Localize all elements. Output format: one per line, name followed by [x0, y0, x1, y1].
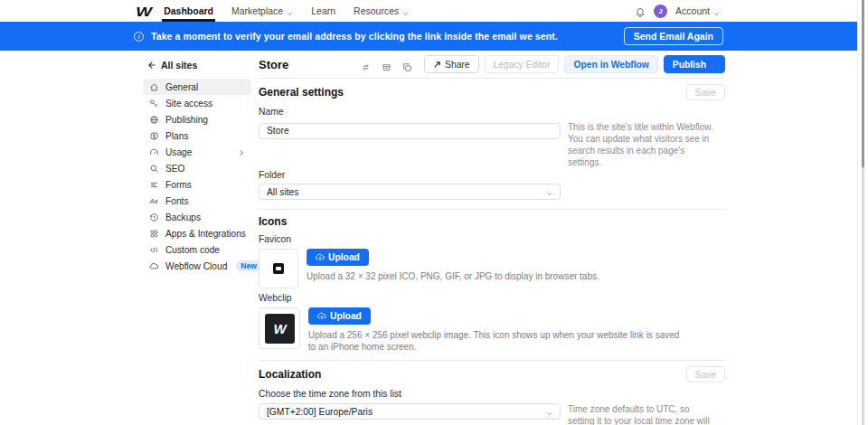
settings-sidebar: All sites General Site access [143, 54, 251, 425]
gauge-icon [149, 147, 159, 157]
favicon-preview [259, 249, 298, 288]
publish-button[interactable]: Publish [664, 55, 725, 73]
favicon-row: Upload Upload a 32 × 32 pixel ICO, PNG, … [259, 249, 725, 288]
folder-label: Folder [259, 170, 725, 181]
webflow-site-settings-page: W Dashboard Marketplace Learn [0, 0, 868, 425]
upload-cloud-icon [317, 312, 326, 321]
general-settings-header: General settings Save [259, 84, 725, 100]
home-icon [149, 82, 159, 92]
transfer-site-icon[interactable] [361, 60, 371, 70]
key-icon [149, 99, 159, 109]
site-name-input[interactable] [259, 123, 561, 139]
back-arrow-icon [146, 61, 156, 70]
back-to-all-sites[interactable]: All sites [143, 54, 251, 74]
sidebar-item[interactable]: Site access [143, 95, 251, 111]
favicon-upload-button[interactable]: Upload [307, 249, 369, 266]
nav-item[interactable]: Learn [311, 0, 335, 22]
publish-icon [149, 115, 159, 125]
folder-select[interactable]: All sites [259, 184, 561, 200]
open-in-webflow-button[interactable]: Open in Webflow [564, 55, 657, 73]
info-icon: i [134, 32, 144, 42]
name-label: Name [259, 107, 725, 118]
verify-email-banner: i Take a moment to verify your email add… [0, 22, 857, 51]
main-nav: Dashboard Marketplace Learn Reso [164, 0, 409, 22]
archive-site-icon[interactable] [382, 60, 392, 70]
forms-icon [149, 180, 159, 190]
top-nav: W Dashboard Marketplace Learn [0, 0, 857, 22]
webflow-webclip-icon: W [265, 314, 295, 344]
save-button[interactable]: Save [686, 84, 725, 100]
sidebar-item[interactable]: Backups [143, 209, 251, 225]
save-button[interactable]: Save [686, 366, 725, 382]
share-button[interactable]: Share [424, 55, 478, 73]
sidebar-item[interactable]: Publishing [143, 111, 251, 128]
nav-item[interactable]: Marketplace [231, 0, 293, 22]
name-help-text: This is the site's title within Webflow.… [568, 121, 716, 168]
upload-cloud-icon [316, 253, 325, 262]
localization-header: Localization Save [259, 366, 725, 382]
scrollbar-thumb[interactable] [862, 0, 864, 167]
duplicate-site-icon[interactable] [402, 60, 412, 70]
webflow-logo-icon[interactable]: W [136, 4, 150, 19]
sidebar-item[interactable]: Apps & Integrations [143, 225, 251, 241]
section-title: General settings [259, 86, 344, 99]
code-icon [149, 245, 159, 255]
avatar[interactable]: J [654, 5, 667, 18]
webclip-label: Webclip [259, 293, 725, 304]
icons-header: Icons [259, 215, 725, 228]
chevron-down-icon [287, 8, 293, 14]
cloud-icon [149, 261, 159, 271]
webclip-row: W Upload Upload a 256 × 256 pixel webcli… [259, 307, 725, 353]
sidebar-item[interactable]: Custom code [143, 241, 251, 258]
sidebar-item[interactable]: SEO [143, 160, 251, 176]
webclip-upload-button[interactable]: Upload [308, 307, 371, 325]
sidebar-item[interactable]: General [143, 79, 251, 95]
nav-item[interactable]: Resources [354, 0, 409, 22]
sidebar-item[interactable]: Aa Fonts [143, 193, 251, 209]
fonts-icon: Aa [149, 196, 159, 206]
banner-message: Take a moment to verify your email addre… [151, 31, 558, 42]
sidebar-item[interactable]: Plans [143, 128, 251, 144]
history-icon [149, 212, 159, 222]
section-title: Icons [259, 215, 287, 228]
favicon-label: Favicon [259, 234, 725, 245]
default-favicon-icon [273, 263, 284, 274]
chevron-down-icon [402, 8, 409, 14]
favicon-help-text: Upload a 32 × 32 pixel ICO, PNG, GIF, or… [307, 270, 599, 282]
header-divider [259, 78, 725, 79]
webclip-preview: W [259, 307, 300, 349]
sidebar-menu: General Site access Publishing [143, 79, 251, 274]
sidebar-item[interactable]: Usage [143, 144, 251, 160]
webclip-help-text: Upload a 256 × 256 pixel webclip image. … [308, 329, 688, 353]
timezone-select[interactable]: [GMT+2:00] Europe/Paris [259, 403, 561, 420]
svg-text:Aa: Aa [149, 197, 158, 205]
main-panel: Store Share Legacy Editor Open in Webflo… [259, 54, 725, 425]
content-right-border [857, 0, 858, 425]
timezone-help-text: Time zone defaults to UTC, so setting it… [568, 403, 716, 425]
plans-icon [149, 131, 159, 141]
chevron-down-icon [546, 189, 552, 195]
send-email-again-button[interactable]: Send Email Again [624, 27, 723, 45]
sidebar-item[interactable]: Webflow Cloud New [143, 258, 251, 274]
site-header: Store Share Legacy Editor Open in Webflo… [259, 54, 725, 74]
account-menu[interactable]: Account [675, 5, 720, 16]
search-icon [149, 164, 159, 174]
section-title: Localization [259, 368, 321, 381]
timezone-label: Choose the time zone from this list [259, 389, 725, 400]
sidebar-item[interactable]: Forms [143, 176, 251, 193]
section-divider [259, 360, 725, 361]
notifications-bell-icon[interactable] [635, 5, 646, 16]
chevron-down-icon [546, 409, 552, 415]
chevron-down-icon [710, 61, 716, 68]
nav-item[interactable]: Dashboard [164, 0, 213, 22]
chevron-down-icon [713, 8, 720, 14]
page-title: Store [259, 58, 288, 71]
new-badge: New [236, 260, 260, 271]
section-divider [259, 209, 725, 210]
chevron-right-icon [238, 148, 245, 156]
share-arrow-icon [433, 61, 441, 69]
apps-icon [149, 229, 159, 239]
legacy-editor-button[interactable]: Legacy Editor [485, 55, 560, 73]
